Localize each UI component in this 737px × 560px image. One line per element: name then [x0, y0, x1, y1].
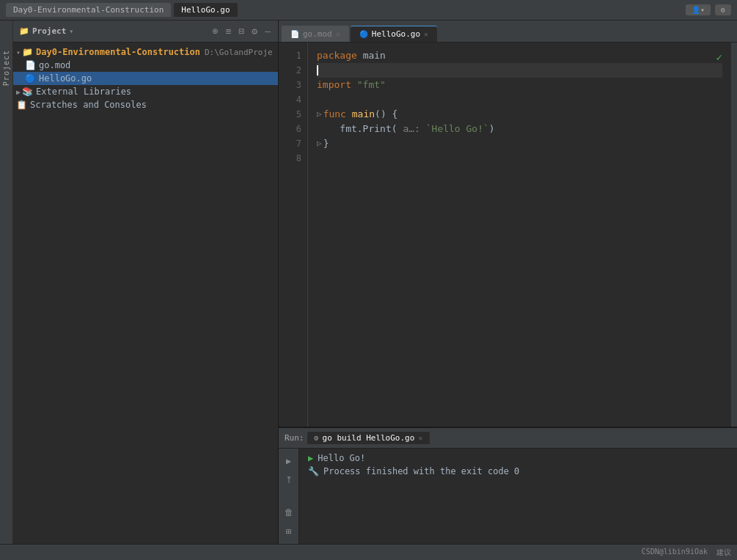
project-toolbar: 📁 Project ▾ ⊕ ≡ ⊟ ⚙ — — [13, 21, 278, 43]
editor-scrollbar[interactable] — [731, 43, 737, 427]
new-element-icon[interactable]: ⊕ — [211, 24, 220, 38]
tree-label-path: D:\GolandProje — [205, 48, 273, 57]
fold-icon-7: ▷ — [317, 136, 322, 151]
status-bar: CSDN@libin9iOak 建议 — [0, 544, 737, 560]
title-tab-project[interactable]: Day0-Environmental-Construction — [6, 3, 171, 17]
tree-label-hellogo: HelloGo.go — [39, 73, 92, 84]
run-panel: Run: ⚙ go build HelloGo.go ✕ ▶ ⤒ 🗑 ⊞ ▶ — [279, 427, 737, 544]
tree-label-root: Day0-Environmental-Construction — [36, 47, 200, 57]
kw-hello-str: `Hello Go!` — [426, 122, 489, 136]
project-dropdown-icon[interactable]: ▾ — [69, 27, 73, 35]
tab-hellogo-icon: 🔵 — [359, 30, 368, 38]
kw-main-paren: () { — [375, 107, 397, 122]
run-wrench-icon: 🔧 — [308, 466, 319, 476]
run-tab-build[interactable]: ⚙ go build HelloGo.go ✕ — [307, 432, 430, 444]
tree-item-extlib[interactable]: ▶ 📚 External Libraries — [13, 85, 278, 98]
tab-hellogo-label: HelloGo.go — [372, 29, 420, 39]
close-panel-icon[interactable]: — — [263, 24, 272, 38]
run-output-1: Hello Go! — [318, 453, 365, 463]
project-title: 📁 Project ▾ — [19, 26, 73, 36]
tree-chevron-root: ▾ — [16, 48, 21, 56]
title-tab-file[interactable]: HelloGo.go — [174, 3, 237, 17]
main-area: Project 📁 Project ▾ ⊕ ≡ ⊟ ⚙ — ▾ 📁 Day0-E… — [0, 21, 737, 544]
kw-package: package — [317, 48, 363, 63]
run-tabs: Run: ⚙ go build HelloGo.go ✕ — [279, 428, 737, 449]
status-suggestion[interactable]: 建议 — [716, 548, 731, 558]
code-line-8 — [317, 151, 722, 166]
tab-hellogo-close[interactable]: ✕ — [424, 30, 428, 38]
title-tab-file-label: HelloGo.go — [181, 5, 230, 15]
code-line-1: package main — [317, 48, 722, 63]
tab-gomod-label: go.mod — [303, 29, 332, 39]
title-bar-right: 👤▾ ⚙ — [686, 4, 731, 15]
scratch-icon: 📋 — [16, 100, 27, 110]
fold-icon-5: ▷ — [317, 107, 322, 122]
folder-icon: 📁 — [19, 26, 29, 36]
run-line-2: 🔧 Process finished with the exit code 0 — [308, 466, 728, 476]
run-tab-icon: ⚙ — [315, 434, 319, 442]
status-user[interactable]: CSDN@libin9iOak — [642, 548, 708, 558]
tab-gomod-icon: 📄 — [290, 30, 299, 38]
tree-label-extlib: External Libraries — [36, 86, 131, 97]
kw-func: func — [323, 107, 352, 122]
file-mod-icon: 📄 — [25, 60, 36, 70]
tree-item-gomod[interactable]: 📄 go.mod — [13, 59, 278, 72]
checkmark-icon: ✓ — [716, 50, 722, 65]
text-cursor — [317, 65, 318, 75]
run-layout: ▶ ⤒ 🗑 ⊞ ▶ Hello Go! 🔧 Process finished w… — [279, 449, 737, 544]
kw-close-paren: ) — [489, 122, 495, 136]
run-output-2: Process finished with the exit code 0 — [323, 466, 519, 476]
run-label: Run: — [285, 433, 304, 443]
project-tree: ▾ 📁 Day0-Environmental-Construction D:\G… — [13, 43, 278, 544]
kw-import: import — [317, 78, 357, 92]
editor-area: 📄 go.mod ✕ 🔵 HelloGo.go ✕ 1 2 3 4 5 6 7 … — [279, 21, 737, 544]
code-editor[interactable]: ✓ package main import "fmt" ▷ fu — [308, 43, 731, 427]
vertical-label: Project — [0, 21, 13, 544]
settings-icon[interactable]: ⚙ — [715, 4, 731, 15]
run-tab-label: go build HelloGo.go — [323, 433, 415, 443]
kw-arg-hint: a…: — [397, 122, 426, 136]
tree-item-scratches[interactable]: 📋 Scratches and Consoles — [13, 98, 278, 111]
editor-tabs: 📄 go.mod ✕ 🔵 HelloGo.go ✕ — [279, 21, 737, 43]
kw-main: main — [363, 48, 386, 63]
vertical-label-text: Project — [2, 50, 10, 86]
run-line-1: ▶ Hello Go! — [308, 453, 728, 463]
tree-label-scratches: Scratches and Consoles — [30, 100, 147, 110]
run-scroll-icon[interactable]: ⤒ — [284, 474, 294, 487]
code-line-6: fmt.Print( a…: `Hello Go!`) — [317, 122, 722, 136]
code-line-3: import "fmt" — [317, 78, 722, 92]
tab-gomod-close[interactable]: ✕ — [336, 30, 340, 38]
kw-fmt-import: "fmt" — [357, 78, 386, 92]
run-clear-icon[interactable]: 🗑 — [283, 506, 295, 519]
run-play-indicator: ▶ — [308, 453, 313, 463]
toolbar-icons: ⊕ ≡ ⊟ ⚙ — — [211, 24, 272, 38]
title-bar: Day0-Environmental-Construction HelloGo.… — [0, 0, 737, 21]
tree-item-hellogo[interactable]: 🔵 HelloGo.go — [13, 72, 278, 85]
run-play-icon[interactable]: ▶ — [285, 454, 293, 468]
status-bar-right: CSDN@libin9iOak 建议 — [642, 548, 731, 558]
kw-close-brace: } — [323, 136, 329, 151]
run-pin-icon[interactable]: ⊞ — [285, 525, 293, 538]
structure-icon[interactable]: ≡ — [224, 24, 233, 38]
code-line-7: ▷ } — [317, 136, 722, 151]
line-numbers: 1 2 3 4 5 6 7 8 — [279, 43, 308, 427]
editor-tab-hellogo[interactable]: 🔵 HelloGo.go ✕ — [351, 26, 437, 42]
run-tab-close[interactable]: ✕ — [418, 434, 422, 442]
tree-item-root[interactable]: ▾ 📁 Day0-Environmental-Construction D:\G… — [13, 45, 278, 59]
file-go-icon: 🔵 — [25, 73, 36, 84]
tree-label-gomod: go.mod — [39, 60, 70, 70]
run-content: ▶ Hello Go! 🔧 Process finished with the … — [299, 449, 737, 544]
code-line-4 — [317, 92, 722, 107]
editor-tab-gomod[interactable]: 📄 go.mod ✕ — [282, 26, 349, 42]
user-icon[interactable]: 👤▾ — [686, 4, 711, 15]
kw-dot: .Print( — [357, 122, 397, 136]
code-line-2 — [317, 63, 722, 78]
gear-icon[interactable]: ⚙ — [250, 24, 259, 38]
code-line-5: ▷ func main() { — [317, 107, 722, 122]
ext-lib-icon: 📚 — [22, 86, 33, 97]
folder-open-icon: 📁 — [22, 47, 33, 57]
collapse-icon[interactable]: ⊟ — [238, 24, 246, 38]
editor-content[interactable]: 1 2 3 4 5 6 7 8 ✓ package main — [279, 43, 737, 427]
tree-chevron-extlib: ▶ — [16, 88, 21, 96]
title-tab-project-label: Day0-Environmental-Construction — [13, 5, 164, 15]
